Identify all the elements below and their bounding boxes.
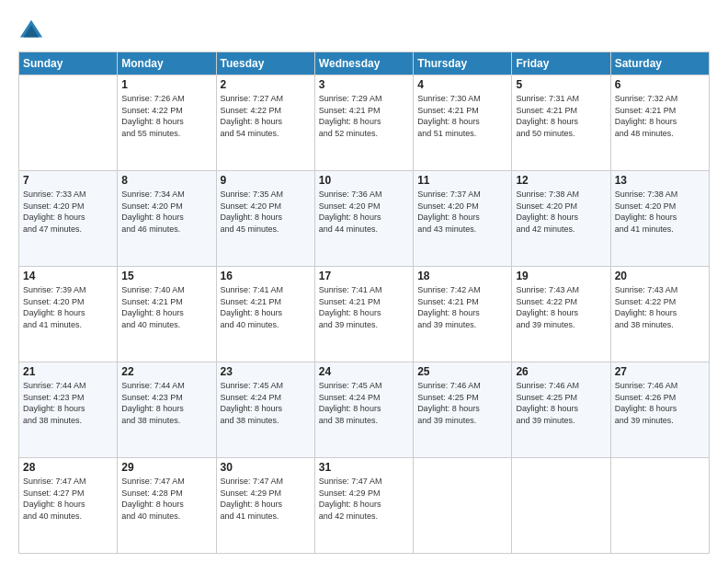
weekday-header-monday: Monday: [118, 52, 216, 75]
calendar-cell: 27Sunrise: 7:46 AM Sunset: 4:26 PM Dayli…: [610, 362, 709, 458]
calendar-cell: 3Sunrise: 7:29 AM Sunset: 4:21 PM Daylig…: [314, 75, 413, 171]
day-number: 27: [615, 365, 705, 378]
day-number: 18: [417, 270, 507, 282]
weekday-header-saturday: Saturday: [610, 52, 709, 75]
day-number: 16: [221, 270, 311, 282]
day-number: 19: [516, 270, 606, 282]
day-info: Sunrise: 7:44 AM Sunset: 4:23 PM Dayligh…: [121, 380, 211, 426]
calendar-cell: 16Sunrise: 7:41 AM Sunset: 4:21 PM Dayli…: [216, 267, 314, 362]
calendar-cell: 1Sunrise: 7:26 AM Sunset: 4:22 PM Daylig…: [118, 75, 216, 171]
day-info: Sunrise: 7:29 AM Sunset: 4:21 PM Dayligh…: [319, 93, 409, 139]
day-number: 4: [417, 78, 507, 91]
calendar-week-4: 21Sunrise: 7:44 AM Sunset: 4:23 PM Dayli…: [19, 362, 710, 458]
day-number: 21: [23, 365, 113, 378]
calendar-cell: 8Sunrise: 7:34 AM Sunset: 4:20 PM Daylig…: [118, 171, 216, 267]
day-number: 3: [319, 78, 409, 91]
day-info: Sunrise: 7:36 AM Sunset: 4:20 PM Dayligh…: [319, 189, 409, 235]
calendar-cell: [610, 458, 709, 554]
calendar-cell: 29Sunrise: 7:47 AM Sunset: 4:28 PM Dayli…: [118, 458, 216, 554]
calendar-week-1: 1Sunrise: 7:26 AM Sunset: 4:22 PM Daylig…: [19, 75, 710, 171]
day-info: Sunrise: 7:46 AM Sunset: 4:26 PM Dayligh…: [615, 380, 705, 426]
day-number: 8: [121, 174, 211, 187]
day-number: 14: [23, 270, 113, 282]
calendar-table: SundayMondayTuesdayWednesdayThursdayFrid…: [18, 52, 710, 554]
day-info: Sunrise: 7:42 AM Sunset: 4:21 PM Dayligh…: [417, 284, 507, 330]
day-info: Sunrise: 7:26 AM Sunset: 4:22 PM Dayligh…: [121, 93, 211, 139]
day-number: 25: [417, 365, 507, 378]
day-number: 9: [221, 174, 311, 187]
day-info: Sunrise: 7:35 AM Sunset: 4:20 PM Dayligh…: [221, 189, 311, 235]
day-number: 12: [516, 174, 606, 187]
calendar-cell: 7Sunrise: 7:33 AM Sunset: 4:20 PM Daylig…: [19, 171, 118, 267]
day-info: Sunrise: 7:45 AM Sunset: 4:24 PM Dayligh…: [221, 380, 311, 426]
calendar-cell: 2Sunrise: 7:27 AM Sunset: 4:22 PM Daylig…: [216, 75, 314, 171]
day-number: 28: [23, 461, 113, 474]
day-info: Sunrise: 7:41 AM Sunset: 4:21 PM Dayligh…: [221, 284, 311, 330]
weekday-header-tuesday: Tuesday: [216, 52, 314, 75]
day-number: 29: [121, 461, 211, 474]
calendar-cell: 6Sunrise: 7:32 AM Sunset: 4:21 PM Daylig…: [610, 75, 709, 171]
weekday-header-sunday: Sunday: [19, 52, 118, 75]
calendar-cell: 21Sunrise: 7:44 AM Sunset: 4:23 PM Dayli…: [19, 362, 118, 458]
logo: [18, 17, 48, 42]
calendar-cell: 18Sunrise: 7:42 AM Sunset: 4:21 PM Dayli…: [414, 267, 512, 362]
day-number: 7: [23, 174, 113, 187]
day-number: 13: [615, 174, 705, 187]
day-number: 5: [516, 78, 606, 91]
calendar-cell: 5Sunrise: 7:31 AM Sunset: 4:21 PM Daylig…: [512, 75, 610, 171]
day-info: Sunrise: 7:37 AM Sunset: 4:20 PM Dayligh…: [417, 189, 507, 235]
day-info: Sunrise: 7:47 AM Sunset: 4:29 PM Dayligh…: [319, 476, 409, 522]
day-info: Sunrise: 7:47 AM Sunset: 4:27 PM Dayligh…: [23, 476, 113, 522]
calendar-cell: 12Sunrise: 7:38 AM Sunset: 4:20 PM Dayli…: [512, 171, 610, 267]
day-number: 20: [615, 270, 705, 282]
calendar-week-2: 7Sunrise: 7:33 AM Sunset: 4:20 PM Daylig…: [19, 171, 710, 267]
calendar-cell: 31Sunrise: 7:47 AM Sunset: 4:29 PM Dayli…: [314, 458, 413, 554]
day-info: Sunrise: 7:46 AM Sunset: 4:25 PM Dayligh…: [516, 380, 606, 426]
day-info: Sunrise: 7:40 AM Sunset: 4:21 PM Dayligh…: [121, 284, 211, 330]
day-info: Sunrise: 7:38 AM Sunset: 4:20 PM Dayligh…: [615, 189, 705, 235]
calendar-cell: 20Sunrise: 7:43 AM Sunset: 4:22 PM Dayli…: [610, 267, 709, 362]
day-number: 1: [121, 78, 211, 91]
calendar-cell: 30Sunrise: 7:47 AM Sunset: 4:29 PM Dayli…: [216, 458, 314, 554]
calendar-cell: 14Sunrise: 7:39 AM Sunset: 4:20 PM Dayli…: [19, 267, 118, 362]
calendar-cell: 11Sunrise: 7:37 AM Sunset: 4:20 PM Dayli…: [414, 171, 512, 267]
calendar-cell: 26Sunrise: 7:46 AM Sunset: 4:25 PM Dayli…: [512, 362, 610, 458]
calendar-week-5: 28Sunrise: 7:47 AM Sunset: 4:27 PM Dayli…: [19, 458, 710, 554]
day-number: 17: [319, 270, 409, 282]
logo-icon: [18, 17, 44, 42]
day-info: Sunrise: 7:47 AM Sunset: 4:29 PM Dayligh…: [221, 476, 311, 522]
day-info: Sunrise: 7:30 AM Sunset: 4:21 PM Dayligh…: [417, 93, 507, 139]
day-info: Sunrise: 7:32 AM Sunset: 4:21 PM Dayligh…: [615, 93, 705, 139]
weekday-header-friday: Friday: [512, 52, 610, 75]
calendar-cell: 23Sunrise: 7:45 AM Sunset: 4:24 PM Dayli…: [216, 362, 314, 458]
weekday-header-thursday: Thursday: [414, 52, 512, 75]
day-number: 30: [221, 461, 311, 474]
day-number: 23: [221, 365, 311, 378]
calendar-cell: 22Sunrise: 7:44 AM Sunset: 4:23 PM Dayli…: [118, 362, 216, 458]
weekday-header-wednesday: Wednesday: [314, 52, 413, 75]
calendar-cell: [414, 458, 512, 554]
header-row: SundayMondayTuesdayWednesdayThursdayFrid…: [19, 52, 710, 75]
day-info: Sunrise: 7:34 AM Sunset: 4:20 PM Dayligh…: [121, 189, 211, 235]
day-number: 2: [221, 78, 311, 91]
day-info: Sunrise: 7:44 AM Sunset: 4:23 PM Dayligh…: [23, 380, 113, 426]
day-number: 22: [121, 365, 211, 378]
calendar-cell: 19Sunrise: 7:43 AM Sunset: 4:22 PM Dayli…: [512, 267, 610, 362]
day-info: Sunrise: 7:31 AM Sunset: 4:21 PM Dayligh…: [516, 93, 606, 139]
day-number: 11: [417, 174, 507, 187]
day-info: Sunrise: 7:41 AM Sunset: 4:21 PM Dayligh…: [319, 284, 409, 330]
calendar-cell: 25Sunrise: 7:46 AM Sunset: 4:25 PM Dayli…: [414, 362, 512, 458]
day-number: 10: [319, 174, 409, 187]
calendar-cell: 24Sunrise: 7:45 AM Sunset: 4:24 PM Dayli…: [314, 362, 413, 458]
calendar-cell: 15Sunrise: 7:40 AM Sunset: 4:21 PM Dayli…: [118, 267, 216, 362]
calendar-week-3: 14Sunrise: 7:39 AM Sunset: 4:20 PM Dayli…: [19, 267, 710, 362]
day-info: Sunrise: 7:27 AM Sunset: 4:22 PM Dayligh…: [221, 93, 311, 139]
day-info: Sunrise: 7:43 AM Sunset: 4:22 PM Dayligh…: [615, 284, 705, 330]
day-info: Sunrise: 7:45 AM Sunset: 4:24 PM Dayligh…: [319, 380, 409, 426]
day-info: Sunrise: 7:33 AM Sunset: 4:20 PM Dayligh…: [23, 189, 113, 235]
day-info: Sunrise: 7:39 AM Sunset: 4:20 PM Dayligh…: [23, 284, 113, 330]
calendar-cell: 17Sunrise: 7:41 AM Sunset: 4:21 PM Dayli…: [314, 267, 413, 362]
day-number: 6: [615, 78, 705, 91]
calendar-cell: 28Sunrise: 7:47 AM Sunset: 4:27 PM Dayli…: [19, 458, 118, 554]
day-number: 24: [319, 365, 409, 378]
